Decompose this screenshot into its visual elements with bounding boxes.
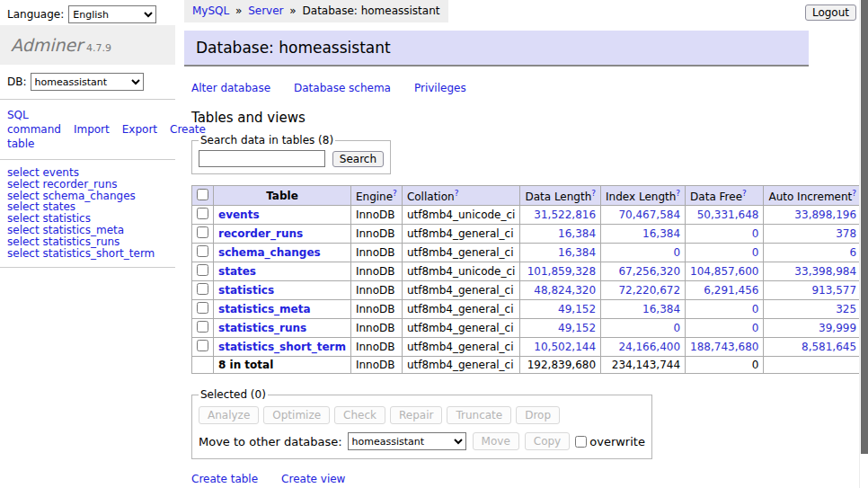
row-checkbox[interactable]	[197, 340, 208, 351]
auto-increment-cell-link[interactable]: 378	[836, 227, 856, 240]
data-length-cell-link[interactable]: 16,384	[558, 227, 596, 240]
auto-increment-cell-link[interactable]: 33,398,984	[794, 265, 856, 278]
row-checkbox[interactable]	[197, 245, 208, 257]
table-link-events[interactable]: events	[218, 209, 260, 221]
data-length-cell: 31,522,816	[520, 206, 601, 225]
row-checkbox[interactable]	[197, 321, 208, 333]
sidebar-link-sql-command[interactable]: SQL command	[7, 109, 61, 136]
index-length-cell-link[interactable]: 16,384	[642, 303, 680, 315]
data-length-cell-link[interactable]: 10,502,144	[534, 341, 596, 353]
auto-increment-cell-link[interactable]: 8,581,645	[802, 341, 856, 353]
optimize-button[interactable]: Optimize	[263, 406, 330, 424]
link-alter-database[interactable]: Alter database	[191, 82, 270, 94]
table-link-statistics_runs[interactable]: statistics_runs	[218, 322, 306, 334]
search-input[interactable]	[199, 150, 325, 167]
index-length-cell: 0	[601, 319, 686, 338]
page-title: Database: homeassistant	[184, 31, 809, 67]
data-free-cell-link[interactable]: 50,331,648	[697, 209, 759, 221]
row-checkbox[interactable]	[197, 302, 208, 314]
auto-increment-cell-link[interactable]: 6	[849, 246, 856, 259]
link-privileges[interactable]: Privileges	[414, 82, 466, 94]
table-total-row: 8 in totalInnoDButf8mb4_general_ci192,83…	[192, 357, 868, 374]
sidebar-item-events[interactable]: select events	[7, 167, 168, 179]
auto-increment-cell-link[interactable]: 325	[836, 303, 856, 315]
table-row: statistics_metaInnoDButf8mb4_general_ci4…	[192, 300, 868, 319]
help-link[interactable]: ?	[742, 189, 747, 198]
auto-increment-cell: 33,398,984	[764, 262, 862, 281]
row-checkbox[interactable]	[197, 283, 208, 295]
drop-button[interactable]: Drop	[516, 406, 560, 424]
logout-button[interactable]: Logout	[805, 4, 856, 21]
help-link[interactable]: ?	[455, 189, 459, 198]
data-length-cell-link[interactable]: 49,152	[558, 303, 596, 315]
breadcrumb-link-server[interactable]: Server	[248, 4, 283, 17]
truncate-button[interactable]: Truncate	[447, 406, 511, 424]
auto-increment-cell-link[interactable]: 33,898,196	[794, 209, 856, 221]
data-length-cell-link[interactable]: 31,522,816	[534, 209, 596, 221]
db-select[interactable]: homeassistant	[31, 73, 144, 91]
help-link[interactable]: ?	[676, 189, 680, 198]
row-checkbox[interactable]	[197, 208, 208, 219]
link-create-table[interactable]: Create table	[191, 473, 258, 485]
sidebar-link-export[interactable]: Export	[122, 123, 157, 136]
table-link-statistics_meta[interactable]: statistics_meta	[218, 303, 311, 315]
data-length-cell-link[interactable]: 16,384	[558, 246, 596, 259]
sidebar-item-recorder_runs[interactable]: select recorder_runs	[7, 179, 168, 191]
data-length-cell-link[interactable]: 101,859,328	[527, 265, 596, 278]
data-length-cell-link[interactable]: 48,824,320	[534, 284, 596, 297]
copy-button[interactable]: Copy	[525, 432, 570, 450]
auto-increment-cell-link[interactable]: 39,999	[819, 322, 856, 334]
auto-increment-cell: 913,577	[764, 281, 862, 300]
sidebar-item-statistics_short_term[interactable]: select statistics_short_term	[7, 248, 168, 260]
row-checkbox[interactable]	[197, 226, 208, 238]
engine-cell: InnoDB	[350, 225, 402, 244]
column-header-auto-increment: Auto Increment?	[764, 186, 862, 206]
data-free-cell-link[interactable]: 6,291,456	[704, 284, 758, 297]
overwrite-checkbox[interactable]	[575, 436, 587, 448]
data-free-cell-link[interactable]: 0	[752, 303, 759, 315]
link-database-schema[interactable]: Database schema	[294, 82, 391, 94]
language-select[interactable]: English	[68, 5, 156, 23]
table-link-statistics[interactable]: statistics	[218, 284, 274, 297]
select-all-checkbox[interactable]	[197, 189, 208, 200]
table-link-states[interactable]: states	[218, 265, 256, 278]
help-link[interactable]: ?	[591, 189, 596, 198]
row-checkbox-cell	[192, 338, 214, 357]
sidebar-link-import[interactable]: Import	[74, 123, 110, 136]
index-length-cell-link[interactable]: 67,256,320	[618, 265, 680, 278]
auto-increment-cell-link[interactable]: 913,577	[811, 284, 856, 297]
help-link[interactable]: ?	[852, 189, 856, 198]
index-length-cell-link[interactable]: 16,384	[642, 227, 680, 240]
link-create-view[interactable]: Create view	[281, 473, 345, 485]
index-length-cell-link[interactable]: 0	[673, 322, 680, 334]
data-free-cell-link[interactable]: 0	[752, 246, 759, 259]
index-length-cell-link[interactable]: 70,467,584	[618, 209, 680, 221]
data-free-cell-link[interactable]: 188,743,680	[690, 341, 758, 353]
sidebar-item-statistics_runs[interactable]: select statistics_runs	[7, 236, 168, 248]
table-link-recorder_runs[interactable]: recorder_runs	[218, 227, 303, 240]
move-button[interactable]: Move	[473, 432, 519, 450]
tables-heading: Tables and views	[191, 110, 810, 126]
move-db-select[interactable]: homeassistant	[348, 432, 466, 450]
data-free-cell-link[interactable]: 0	[752, 227, 759, 240]
index-length-cell-link[interactable]: 24,166,400	[618, 341, 680, 353]
sidebar-item-statistics_meta[interactable]: select statistics_meta	[7, 225, 168, 236]
table-row: eventsInnoDButf8mb4_unicode_ci31,522,816…	[192, 206, 868, 225]
search-button[interactable]: Search	[332, 151, 384, 167]
analyze-button[interactable]: Analyze	[199, 406, 259, 424]
repair-button[interactable]: Repair	[390, 406, 442, 424]
data-free-cell-link[interactable]: 104,857,600	[690, 265, 758, 278]
help-link[interactable]: ?	[393, 189, 397, 198]
index-length-cell-link[interactable]: 0	[673, 246, 680, 259]
database-action-links: Alter databaseDatabase schemaPrivileges	[191, 82, 810, 94]
table-link-schema_changes[interactable]: schema_changes	[218, 246, 321, 259]
row-checkbox[interactable]	[197, 264, 208, 276]
data-length-cell-link[interactable]: 49,152	[558, 322, 596, 334]
scrollbar-thumb[interactable]	[861, 0, 868, 454]
data-free-cell-link[interactable]: 0	[752, 322, 759, 334]
check-button[interactable]: Check	[334, 406, 385, 424]
table-link-statistics_short_term[interactable]: statistics_short_term	[218, 341, 346, 353]
breadcrumb-link-mysql[interactable]: MySQL	[192, 4, 229, 17]
index-length-cell-link[interactable]: 72,220,672	[618, 284, 680, 297]
scrollbar[interactable]	[859, 0, 868, 488]
